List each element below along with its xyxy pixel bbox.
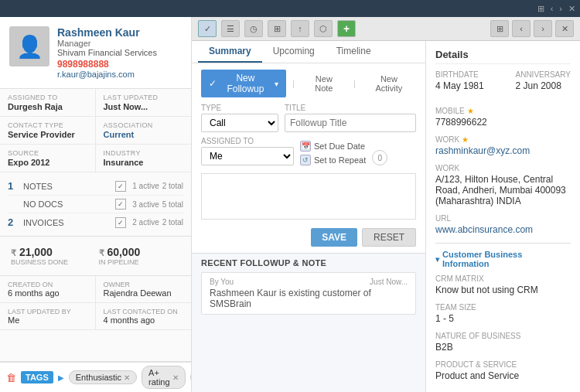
nav-grid-icon[interactable]: ⊞ — [490, 20, 509, 37]
tag-enthusiastic-remove[interactable]: ✕ — [124, 373, 130, 382]
tag-aplus: A+ rating ✕ — [142, 366, 186, 389]
team-size-value: 1 - 5 — [435, 313, 571, 324]
assigned-group: ASSIGNED TO Me — [201, 137, 294, 165]
priority-icon[interactable]: 0 — [372, 150, 387, 165]
tabs-row: Summary Upcoming Timeline — [192, 41, 425, 63]
docs-total: 5 total — [162, 200, 183, 209]
birthdate-label: Birthdate — [435, 70, 484, 79]
crm-upload-tool[interactable]: ↑ — [291, 20, 309, 37]
mobile-field: Mobile ★ 7788996622 — [435, 107, 571, 128]
last-updated-value: Just Now... — [104, 102, 184, 111]
nav-back-icon[interactable]: ‹ — [512, 20, 531, 37]
tag-aplus-label: A+ rating — [148, 368, 170, 387]
in-pipeline-amount: ₹ 60,000 — [99, 246, 181, 258]
profile-title: Manager — [57, 39, 182, 48]
association-cell: ASSOCIATION Current — [96, 117, 192, 145]
mobile-value: 7788996622 — [435, 117, 571, 128]
calendar-icon: 📅 — [300, 141, 311, 152]
save-button[interactable]: SAVE — [311, 228, 357, 247]
followup-check-icon: ✓ — [209, 78, 217, 89]
assigned-label: ASSIGNED TO — [201, 137, 294, 145]
industry-cell: INDUSTRY Insurance — [96, 145, 192, 172]
type-select[interactable]: Call — [201, 114, 278, 132]
forward-icon[interactable]: › — [559, 4, 562, 13]
tag-aplus-remove[interactable]: ✕ — [172, 373, 179, 382]
top-bar: ⊞ ‹ › ✕ — [0, 0, 580, 17]
reset-button[interactable]: RESET — [362, 228, 416, 247]
meta-grid: CREATED ON 6 months ago OWNER Rajendra D… — [0, 276, 191, 330]
assigned-select[interactable]: Me — [201, 147, 294, 165]
customer-info-header[interactable]: ▾ Customer Business Information — [435, 250, 571, 268]
profile-name[interactable]: Rashmeen Kaur — [57, 26, 182, 39]
invoices-detail: ✓ 2 active 2 total — [115, 217, 183, 228]
main-content: 👤 Rashmeen Kaur Manager Shivam Financial… — [0, 17, 580, 392]
close-icon[interactable]: ✕ — [568, 4, 575, 14]
tabs-area: Summary Upcoming Timeline — [192, 41, 425, 63]
work-email-label: Work ★ — [435, 135, 571, 144]
details-textarea[interactable] — [201, 173, 416, 220]
recent-item: By You Just Now... Rashmeen Kaur is exis… — [201, 272, 416, 315]
profile-phone[interactable]: 9898988888 — [57, 59, 182, 70]
in-pipeline-label: IN PIPELINE — [99, 258, 181, 266]
tab-upcoming[interactable]: Upcoming — [262, 41, 326, 63]
new-note-button[interactable]: New Note — [301, 71, 347, 96]
crm-add-tool[interactable]: + — [337, 20, 356, 37]
invoices-label: INVOICES — [23, 218, 115, 227]
last-contacted-cell: LAST CONTACTED ON 4 months ago — [96, 303, 192, 330]
business-done-cell: ₹ 21,000 BUSINESS DONE — [8, 243, 96, 269]
recent-section: RECENT FOLLOWUP & NOTE By You Just Now..… — [192, 254, 425, 392]
separator2: | — [353, 79, 356, 88]
details-col: Details Birthdate 4 May 1981 Anniversary… — [425, 41, 580, 392]
nature-label: Nature of Business — [435, 332, 571, 340]
docs-row: NO DOCS ✓ 3 active 5 total — [8, 196, 183, 213]
crm-list-tool[interactable]: ☰ — [221, 20, 240, 37]
work-address-value: A/123, Hilton House, Central Road, Andhe… — [435, 174, 571, 206]
contact-type-label: CONTACT TYPE — [8, 121, 87, 129]
type-label: TYPE — [201, 104, 278, 112]
crm-share-tool[interactable]: ⬡ — [314, 20, 333, 37]
due-repeat-col: 📅 Set Due Date ↺ Set to Repeat — [300, 141, 366, 165]
app-container: ⊞ ‹ › ✕ 👤 Rashmeen Kaur Manager Shivam F… — [0, 0, 580, 392]
anniversary-field: Anniversary 2 Jun 2008 — [515, 70, 571, 91]
crm-check-tool[interactable]: ✓ — [198, 20, 217, 37]
notes-detail: ✓ 1 active 2 total — [115, 181, 183, 192]
crm-grid-tool[interactable]: ⊞ — [268, 20, 286, 37]
nav-forward-icon[interactable]: › — [534, 20, 552, 37]
tab-summary[interactable]: Summary — [198, 41, 262, 63]
counts-section: 1 NOTES ✓ 1 active 2 total NO DOCS ✓ 3 a… — [0, 172, 191, 237]
work-email-value: rashminkaur@xyz.com — [435, 145, 571, 156]
tags-delete-icon[interactable]: 🗑 — [6, 372, 16, 383]
details-header: Details — [435, 49, 571, 64]
last-contacted-value: 4 months ago — [104, 315, 184, 325]
nav-close-icon[interactable]: ✕ — [555, 20, 574, 37]
last-updated-by-value: Me — [8, 315, 87, 325]
notes-check: ✓ — [115, 181, 126, 192]
profile-email[interactable]: r.kaur@bajajins.com — [57, 70, 182, 79]
nature-value: B2B — [435, 342, 571, 353]
recent-text: Rashmeen Kaur is existing customer of SM… — [210, 288, 408, 309]
window-icon[interactable]: ⊞ — [537, 4, 544, 14]
invoices-check: ✓ — [115, 217, 126, 228]
created-on-label: CREATED ON — [8, 281, 87, 288]
new-activity-button[interactable]: New Activity — [362, 71, 416, 96]
new-followup-button[interactable]: ✓ New Followup ▾ — [201, 70, 286, 97]
tab-timeline[interactable]: Timeline — [326, 41, 382, 63]
set-to-repeat-row[interactable]: ↺ Set to Repeat — [300, 155, 366, 165]
tags-bar: 🗑 TAGS ▶ Enthusiastic ✕ A+ rating ✕ Panj… — [0, 361, 191, 392]
title-input[interactable] — [285, 114, 416, 132]
docs-label: NO DOCS — [23, 199, 115, 209]
recent-time: Just Now... — [370, 278, 408, 286]
action-bar: ✓ New Followup ▾ | New Note | New Activi… — [201, 70, 416, 97]
association-value: Current — [104, 130, 184, 139]
tags-arrow-icon[interactable]: ▶ — [58, 373, 64, 382]
section-divider — [435, 243, 571, 244]
assigned-row: ASSIGNED TO Me 📅 Set Due Date — [201, 137, 416, 165]
crm-clock-tool[interactable]: ◷ — [244, 20, 263, 37]
source-label: SOURCE — [8, 149, 87, 157]
mobile-label: Mobile ★ — [435, 107, 571, 115]
back-icon[interactable]: ‹ — [551, 4, 554, 13]
set-due-date-row[interactable]: 📅 Set Due Date — [300, 141, 366, 152]
team-size-field: Team Size 1 - 5 — [435, 303, 571, 324]
birthdate-field: Birthdate 4 May 1981 — [435, 70, 484, 91]
anniversary-value: 2 Jun 2008 — [515, 80, 571, 91]
